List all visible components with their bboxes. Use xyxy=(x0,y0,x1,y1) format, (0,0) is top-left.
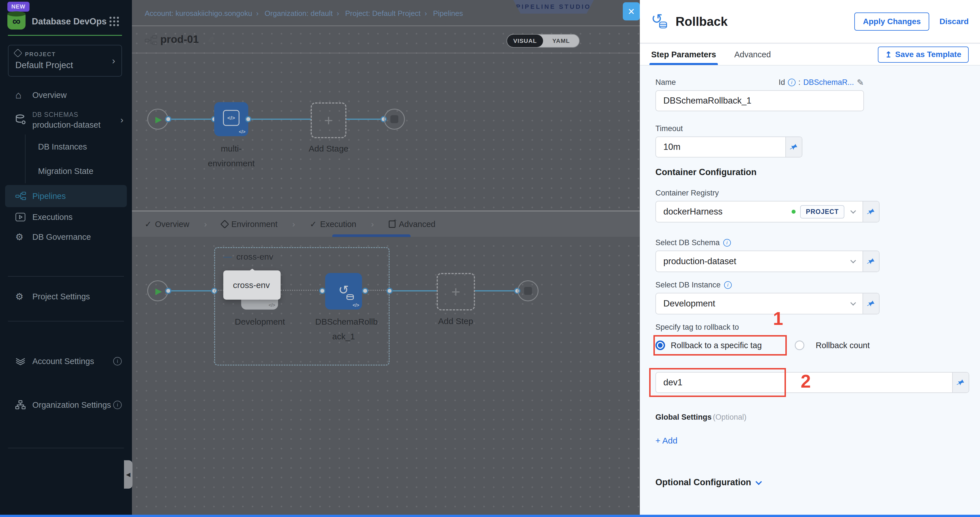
container-registry-label: Container Registry xyxy=(655,189,980,197)
step-group-cross-env[interactable] xyxy=(214,247,390,366)
info-icon[interactable]: i xyxy=(723,239,731,247)
chevron-down-icon[interactable] xyxy=(850,300,856,305)
add-button[interactable]: + Add xyxy=(655,436,980,445)
chevron-right-icon: › xyxy=(112,55,115,66)
connector-line xyxy=(347,119,381,120)
registry-pin-button[interactable] xyxy=(862,202,879,222)
chevron-down-icon[interactable] xyxy=(850,208,856,214)
tag-pin-button[interactable] xyxy=(952,372,969,393)
bottom-accent-bar xyxy=(0,515,980,517)
code-icon: </> xyxy=(239,129,245,135)
toggle-yaml[interactable]: YAML xyxy=(543,35,579,47)
db-schema-select[interactable]: production-dataset xyxy=(655,251,880,272)
sidebar-item-organization-settings[interactable]: Organization Settings i xyxy=(0,395,132,415)
tab-advanced[interactable]: Advanced xyxy=(389,220,436,229)
sidebar-item-pipelines[interactable]: Pipelines xyxy=(5,185,127,207)
connector-line xyxy=(251,119,311,120)
tab-step-advanced[interactable]: Advanced xyxy=(734,44,771,65)
home-icon: ⌂ xyxy=(15,89,32,101)
check-icon: ✓ xyxy=(145,220,151,229)
pipeline-name: prod-01 xyxy=(160,33,199,45)
save-as-template-button[interactable]: ↥ Save as Template xyxy=(878,46,969,63)
sidebar-item-db-instances[interactable]: DB Instances xyxy=(25,135,132,159)
visual-yaml-toggle[interactable]: VISUAL YAML xyxy=(506,34,580,48)
sidebar-item-db-governance[interactable]: ⚙ DB Governance xyxy=(0,227,132,247)
connector-dotted xyxy=(281,290,320,291)
sidebar-divider xyxy=(8,276,124,277)
tab-step-parameters[interactable]: Step Parameters xyxy=(651,44,716,65)
radio-rollback-count[interactable] xyxy=(795,340,804,350)
db-instance-pin-button[interactable] xyxy=(862,293,879,314)
name-label: Name xyxy=(655,78,676,87)
name-input[interactable] xyxy=(656,91,863,111)
connector-line xyxy=(393,290,437,291)
container-registry-select[interactable]: dockerHarness PROJECT xyxy=(655,201,880,223)
org-chart-icon xyxy=(15,400,32,410)
stop-icon xyxy=(524,287,532,295)
tab-environment[interactable]: Environment xyxy=(221,220,277,229)
rollback-icon: ↺ xyxy=(339,283,349,296)
timeout-input[interactable] xyxy=(656,137,785,157)
connector-port xyxy=(387,288,393,294)
optional-configuration-toggle[interactable]: Optional Configuration xyxy=(655,477,980,487)
db-instance-select[interactable]: Development xyxy=(655,293,880,314)
sidebar-item-account-settings[interactable]: Account Settings i xyxy=(0,351,132,371)
close-icon[interactable]: × xyxy=(623,2,640,21)
sidebar-item-overview[interactable]: ⌂ Overview xyxy=(0,85,132,105)
tab-execution[interactable]: ✓ Execution xyxy=(310,220,356,229)
add-stage-node[interactable]: + xyxy=(311,102,347,138)
sidebar-item-project-settings[interactable]: ⚙ Project Settings xyxy=(0,286,132,307)
pipeline-canvas: Account: kurosakiichigo.songoku› Organiz… xyxy=(132,0,640,517)
discard-button[interactable]: Discard xyxy=(939,17,969,26)
info-icon: i xyxy=(113,401,122,409)
cross-env-tooltip: cross-env xyxy=(223,270,281,300)
add-step-node[interactable]: + xyxy=(437,273,475,310)
play-icon: ▶ xyxy=(155,286,162,296)
breadcrumb[interactable]: Account: kurosakiichigo.songoku› Organiz… xyxy=(145,9,467,18)
tag-input-row: 2 xyxy=(655,372,969,393)
step-node-dbschemarollback[interactable]: ↺ </> xyxy=(325,273,362,310)
radio-specific-tag[interactable] xyxy=(655,340,665,350)
plus-icon: + xyxy=(452,283,460,301)
collapse-minus-icon[interactable]: — xyxy=(223,252,232,262)
module-grid-icon[interactable] xyxy=(109,16,119,26)
stage-node-multi-environment[interactable]: </> </> xyxy=(214,102,248,136)
plus-icon: + xyxy=(324,111,333,129)
step-group-label[interactable]: — cross-env xyxy=(223,252,273,262)
db-schema-label: Select DB Schema xyxy=(655,239,720,247)
edit-pencil-icon[interactable]: ✎ xyxy=(206,36,216,43)
db-schema-pin-button[interactable] xyxy=(862,251,879,272)
stage-tab-band: ✓ Overview › Environment › ✓ Execution ›… xyxy=(132,210,640,237)
sidebar-item-db-schemas[interactable]: DB SCHEMAS production-dataset › xyxy=(0,105,132,135)
sidebar: NEW ∞ Database DevOps PROJECT Default Pr… xyxy=(0,0,132,517)
timeout-pin-button[interactable] xyxy=(785,137,802,157)
toggle-visual[interactable]: VISUAL xyxy=(507,35,543,47)
sidebar-item-migration-state[interactable]: Migration State xyxy=(25,159,132,183)
connector-line xyxy=(171,290,215,291)
add-stage-label: Add Stage xyxy=(300,141,357,156)
schema-children: DB Instances Migration State xyxy=(25,135,132,183)
tab-overview[interactable]: ✓ Overview xyxy=(145,220,189,229)
executions-icon xyxy=(15,213,32,221)
code-icon: </> xyxy=(269,303,275,308)
info-icon[interactable]: i xyxy=(724,281,732,289)
step-config-drawer: ↺ Rollback Apply Changes Discard Step Pa… xyxy=(640,0,980,517)
breadcrumb-pipelines[interactable]: Pipelines xyxy=(433,9,463,17)
timeout-label: Timeout xyxy=(655,124,980,133)
apply-changes-button[interactable]: Apply Changes xyxy=(854,13,929,31)
layers-icon xyxy=(15,356,32,366)
breadcrumb-account[interactable]: Account: kurosakiichigo.songoku xyxy=(145,9,252,17)
pipeline-glyph-icon xyxy=(145,35,157,46)
breadcrumb-org[interactable]: Organization: default xyxy=(265,9,333,17)
project-selector[interactable]: PROJECT Default Project › xyxy=(8,45,122,76)
sidebar-item-executions[interactable]: Executions xyxy=(0,207,132,227)
chevron-down-icon[interactable] xyxy=(850,258,856,263)
pipeline-title-row: prod-01 ✎ VISUAL YAML xyxy=(132,27,640,53)
breadcrumb-project[interactable]: Project: Default Project xyxy=(345,9,420,17)
app-logo-icon[interactable]: ∞ xyxy=(7,12,25,30)
edit-id-pencil-icon[interactable]: ✎ xyxy=(857,78,864,87)
drawer-tabs: Step Parameters Advanced ↥ Save as Templ… xyxy=(640,44,980,65)
scope-badge: PROJECT xyxy=(800,205,845,218)
info-icon[interactable]: i xyxy=(788,79,795,86)
sidebar-collapse-button[interactable]: ◀ xyxy=(124,460,132,488)
